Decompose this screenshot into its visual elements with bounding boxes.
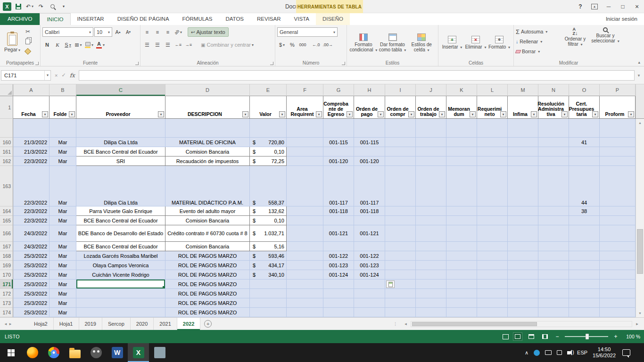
cell-K167[interactable] [446, 242, 477, 251]
volume-icon[interactable] [567, 351, 570, 354]
cell-B164[interactable]: Mar [50, 206, 76, 216]
cell-L170[interactable] [477, 270, 508, 280]
cell-H174[interactable] [354, 308, 385, 317]
table-header-M[interactable]: Infima▾ [508, 96, 538, 119]
search-button[interactable] [48, 2, 57, 11]
taskbar-gimp[interactable] [85, 343, 107, 362]
cell-A168[interactable]: 25/3/2022 [13, 251, 50, 261]
cell-N160[interactable] [538, 138, 569, 147]
cell-J169[interactable] [416, 261, 446, 270]
cell-E169[interactable]: $434,17 [250, 261, 287, 270]
cell-N171[interactable] [538, 280, 569, 289]
cell-G172[interactable] [323, 289, 354, 298]
column-header-A[interactable]: A [13, 84, 50, 96]
delete-cells-button[interactable]: Eliminar ▾ [464, 26, 487, 58]
table-header-A[interactable]: Fecha▾ [13, 96, 50, 119]
filter-dropdown-icon[interactable]: ▾ [470, 111, 476, 117]
cell-B162[interactable]: Mar [50, 156, 76, 166]
cell-I[interactable] [385, 119, 416, 138]
cell-C166[interactable]: BDE Banco de Desarrollo del Estado [76, 225, 165, 242]
column-header-M[interactable]: M [508, 84, 538, 96]
cell-H171[interactable] [354, 280, 385, 289]
sign-in-link[interactable]: Iniciar sesión [606, 13, 644, 25]
cell-D160[interactable]: MATERIAL DE OFICINA [165, 138, 250, 147]
cell-I167[interactable] [385, 242, 416, 251]
decrease-font-button[interactable]: A▾ [124, 27, 133, 37]
cell-G169[interactable]: 001-123 [323, 261, 354, 270]
cell-P168[interactable] [600, 251, 636, 261]
find-select-button[interactable]: Buscar y seleccionar ▾ [590, 26, 620, 58]
cell-I162[interactable] [385, 156, 416, 166]
cell-K160[interactable] [446, 138, 477, 147]
cell-A162[interactable]: 22/3/2022 [13, 156, 50, 166]
cell-J162[interactable] [416, 156, 446, 166]
cell-L162[interactable] [477, 156, 508, 166]
align-left-button[interactable]: ☰ [142, 40, 152, 49]
column-header-J[interactable]: J [416, 84, 446, 96]
table-header-K[interactable]: Memoran dum▾ [446, 96, 477, 119]
cell-O161[interactable] [569, 147, 600, 156]
cell-H173[interactable] [354, 298, 385, 308]
cell-K[interactable] [446, 119, 477, 138]
cell-I161[interactable] [385, 147, 416, 156]
cell-G160[interactable]: 001-115 [323, 138, 354, 147]
table-header-D[interactable]: DESCRIPCION▾ [165, 96, 250, 119]
cell-D172[interactable]: ROL DE PAGOS MARZO [165, 289, 250, 298]
row-header-167[interactable]: 167 [0, 242, 13, 251]
cell-D170[interactable]: ROL DE PAGOS MARZO [165, 270, 250, 280]
cell-H168[interactable]: 001-122 [354, 251, 385, 261]
cell-L174[interactable] [477, 308, 508, 317]
cell-H170[interactable]: 001-124 [354, 270, 385, 280]
filter-dropdown-icon[interactable]: ▾ [347, 111, 353, 117]
cell-F172[interactable] [287, 289, 323, 298]
cell-P171[interactable] [600, 280, 636, 289]
taskbar-excel[interactable]: X [128, 343, 149, 362]
row-header-166[interactable]: 166 [0, 225, 13, 242]
cell-M163[interactable] [508, 166, 538, 206]
cell-A166[interactable]: 24/3/2022 [13, 225, 50, 242]
taskbar-chrome[interactable] [43, 343, 64, 362]
cell-J[interactable] [416, 119, 446, 138]
close-button[interactable]: × [630, 0, 644, 13]
paste-options-button[interactable] [386, 280, 395, 288]
cell-E163[interactable]: $558,37 [250, 166, 287, 206]
cell-K162[interactable] [446, 156, 477, 166]
cell-J167[interactable] [416, 242, 446, 251]
cell-B168[interactable]: Mar [50, 251, 76, 261]
notification-center-icon[interactable] [622, 349, 630, 356]
cell-F171[interactable] [287, 280, 323, 289]
borders-button[interactable]: ⊞▾ [74, 40, 83, 49]
cell-G163[interactable]: 001-117 [323, 166, 354, 206]
cell-P170[interactable] [600, 270, 636, 280]
qat-customize-button[interactable]: ▾ [59, 2, 68, 11]
zoom-level[interactable]: 100 % [623, 334, 640, 339]
cell-M165[interactable] [508, 216, 538, 225]
row-header-172[interactable]: 172 [0, 289, 13, 298]
row-header-168[interactable]: 168 [0, 251, 13, 261]
cell-A164[interactable]: 22/3/2022 [13, 206, 50, 216]
cell-E168[interactable]: $593,46 [250, 251, 287, 261]
cell-D173[interactable]: ROL DE PAGOS MARZO [165, 298, 250, 308]
cell-L167[interactable] [477, 242, 508, 251]
table-header-G[interactable]: Comproba nte de Egreso▾ [323, 96, 354, 119]
cell-O165[interactable] [569, 216, 600, 225]
cell-C170[interactable]: Cuichán Vicente Rodrigo [76, 270, 165, 280]
cell-L173[interactable] [477, 298, 508, 308]
vertical-scrollbar[interactable]: ▴ ▾ [636, 119, 644, 317]
cell-B166[interactable]: Mar [50, 225, 76, 242]
tray-app-icon[interactable] [534, 350, 540, 356]
selected-cell-C171[interactable] [76, 280, 165, 289]
tray-display-icon[interactable] [545, 350, 552, 355]
tray-network-icon[interactable] [557, 350, 562, 355]
filter-dropdown-icon[interactable]: ▾ [42, 111, 48, 117]
cell-L161[interactable] [477, 147, 508, 156]
keyboard-shortcuts-icon[interactable] [503, 334, 509, 339]
increase-decimal-button[interactable]: ←.0 [311, 40, 321, 49]
tab-fórmulas[interactable]: FÓRMULAS [176, 13, 219, 25]
number-format-select[interactable]: General▾ [277, 27, 338, 37]
cell-L168[interactable] [477, 251, 508, 261]
splitter-dots[interactable]: ⋮ [393, 321, 398, 326]
align-center-button[interactable]: ☰ [153, 40, 162, 49]
column-header-B[interactable]: B [50, 84, 76, 96]
cell-A172[interactable]: 25/3/2022 [13, 289, 50, 298]
